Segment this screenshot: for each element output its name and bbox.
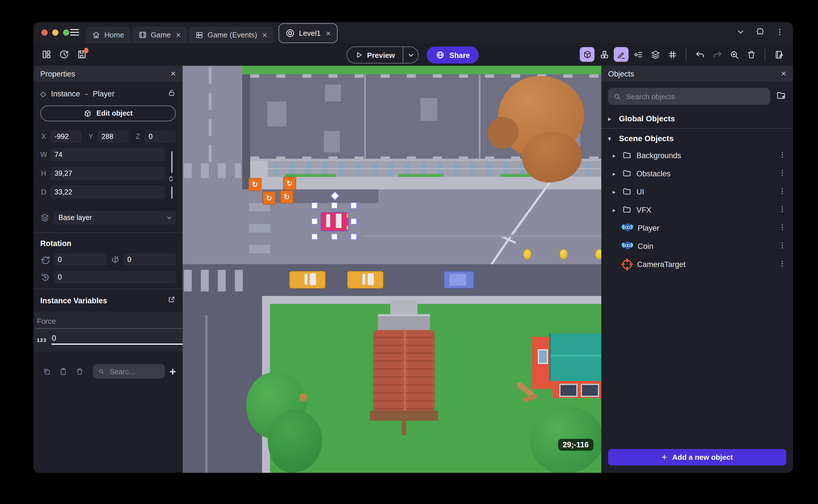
selection-handle[interactable] [331, 234, 337, 240]
chevron-down-icon[interactable] [736, 27, 745, 36]
layers-icon[interactable] [648, 47, 663, 62]
preview-button[interactable]: Preview [347, 47, 403, 63]
edit-object-button[interactable]: Edit object [40, 105, 176, 121]
variables-actions-row: + [40, 364, 176, 379]
extensions-puzzle-icon[interactable] [756, 27, 765, 36]
layer-select[interactable]: Base layer [54, 211, 176, 225]
panels-layout-icon[interactable] [39, 47, 54, 62]
kebab-menu-icon[interactable] [778, 187, 786, 196]
scene-canvas[interactable]: ↻ ↻ ↻ ↻ [183, 66, 601, 473]
section-divider [33, 289, 183, 289]
kebab-menu-icon[interactable] [778, 205, 786, 215]
close-window-button[interactable] [41, 29, 48, 36]
width-field[interactable] [50, 148, 165, 162]
object-row-player[interactable]: Player [601, 219, 793, 237]
undo-icon[interactable] [693, 47, 707, 62]
kebab-menu-icon[interactable] [778, 169, 786, 178]
trash-icon[interactable] [744, 47, 758, 62]
3d-view-icon[interactable] [580, 47, 595, 62]
lock-open-icon[interactable] [167, 88, 176, 99]
kebab-menu-icon[interactable] [775, 27, 784, 36]
add-new-object-label: Add a new object [672, 453, 733, 461]
home-icon [92, 31, 100, 39]
close-panel-icon[interactable]: × [170, 69, 176, 78]
tab-home[interactable]: Home [86, 27, 130, 43]
close-panel-icon[interactable]: × [781, 69, 786, 78]
depth-field[interactable] [50, 185, 165, 199]
close-tab-icon[interactable]: × [262, 31, 267, 39]
preview-options-button[interactable] [403, 47, 418, 63]
kebab-menu-icon[interactable] [778, 223, 786, 233]
share-button[interactable]: Share [427, 46, 479, 63]
instances-list-icon[interactable] [631, 47, 646, 62]
kebab-menu-icon[interactable] [778, 151, 786, 160]
kebab-menu-icon[interactable] [778, 259, 786, 269]
objects-cubes-icon[interactable] [597, 47, 612, 62]
minimize-window-button[interactable] [52, 29, 58, 36]
save-icon[interactable] [74, 47, 89, 62]
selection-box[interactable] [314, 205, 354, 237]
objects-search-input[interactable] [625, 92, 765, 101]
zoom-in-icon[interactable] [727, 47, 741, 62]
rotation-z-field[interactable] [54, 271, 176, 283]
tab-game[interactable]: Game × [132, 27, 187, 43]
boost-arrow-icon: ↻ [266, 194, 272, 202]
selection-handle[interactable] [311, 234, 318, 240]
folder-row-obstacles[interactable]: ▸ Obstacles [601, 164, 793, 183]
toolbar-divider [765, 48, 765, 61]
scene-objects-group[interactable]: ▾ Scene Objects [601, 130, 793, 146]
redo-icon[interactable] [710, 47, 724, 62]
object-row-cameratarget[interactable]: CameraTarget [601, 255, 793, 273]
proportional-link-control[interactable] [168, 148, 176, 204]
grid-icon[interactable] [665, 47, 680, 62]
tab-game-events[interactable]: Game (Events) × [189, 27, 273, 43]
rotation-x-field[interactable] [54, 253, 106, 266]
close-tab-icon[interactable]: × [326, 29, 331, 37]
car-window [304, 274, 307, 285]
selection-handle[interactable] [350, 234, 357, 240]
selection-handle[interactable] [350, 218, 357, 225]
object-row-coin[interactable]: Coin [601, 237, 793, 255]
x-field[interactable] [50, 130, 82, 143]
add-folder-icon[interactable] [776, 90, 786, 103]
folder-icon [622, 186, 631, 197]
global-objects-group[interactable]: ▸ Global Objects [601, 111, 793, 126]
kebab-menu-icon[interactable] [778, 241, 786, 251]
folder-icon [622, 168, 631, 179]
zoom-window-button[interactable] [63, 29, 69, 36]
y-field[interactable] [98, 130, 129, 143]
selected-player-car[interactable] [320, 212, 349, 231]
variable-value-field[interactable]: 0 [52, 333, 183, 345]
selection-handle[interactable] [331, 202, 337, 209]
open-variables-icon[interactable] [167, 295, 176, 306]
z-label: Z [134, 133, 141, 141]
selection-handle[interactable] [350, 202, 357, 209]
close-tab-icon[interactable]: × [176, 31, 181, 39]
house-window [559, 384, 578, 397]
tab-label: Home [104, 31, 124, 39]
w-label: W [40, 151, 47, 159]
car-windshield [326, 214, 330, 227]
history-icon[interactable] [57, 47, 71, 62]
folder-row-backgrounds[interactable]: ▸ Backgrounds [601, 146, 793, 164]
folder-row-vfx[interactable]: ▸ VFX [601, 201, 793, 219]
folder-row-ui[interactable]: ▸ UI [601, 183, 793, 201]
car-roof [449, 274, 466, 286]
delete-variable-icon[interactable] [73, 367, 86, 376]
group-divider [601, 128, 793, 129]
variables-search-input[interactable] [108, 367, 160, 376]
selection-handle[interactable] [311, 202, 318, 209]
rotation-y-field[interactable] [123, 253, 176, 266]
tab-level1-active[interactable]: Level1 × [278, 23, 337, 43]
notebook-edit-icon[interactable] [772, 47, 786, 62]
edit-pencil-icon[interactable] [614, 47, 629, 62]
paste-clipboard-icon[interactable] [57, 367, 69, 376]
z-field[interactable] [145, 130, 176, 143]
menu-icon[interactable] [70, 28, 79, 39]
add-new-object-button[interactable]: + Add a new object [608, 449, 786, 465]
height-field[interactable] [50, 167, 165, 180]
add-variable-button[interactable]: + [170, 366, 176, 377]
copy-icon[interactable] [40, 367, 53, 376]
selection-handle[interactable] [311, 218, 318, 225]
chevron-down-icon [166, 215, 172, 221]
